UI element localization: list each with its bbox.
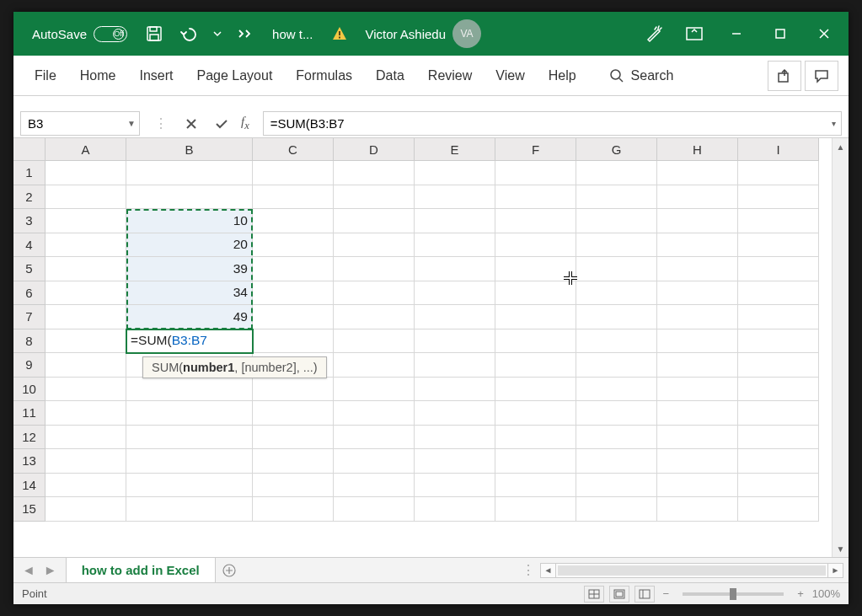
cell-B1[interactable]	[126, 161, 253, 185]
cell-H15[interactable]	[657, 497, 738, 522]
undo-icon[interactable]	[174, 25, 205, 42]
cell-A15[interactable]	[46, 497, 126, 522]
zoom-slider[interactable]	[683, 592, 784, 596]
cell-C14[interactable]	[253, 474, 334, 498]
cell-C5[interactable]	[253, 257, 334, 281]
row-header-11[interactable]: 11	[13, 401, 46, 426]
save-icon[interactable]	[139, 25, 169, 42]
col-header-I[interactable]: I	[738, 138, 819, 161]
tab-file[interactable]: File	[24, 63, 67, 88]
autosave-switch[interactable]: Off	[94, 26, 127, 42]
cell-I2[interactable]	[738, 185, 819, 210]
warning-icon[interactable]	[324, 25, 355, 42]
scroll-left-icon[interactable]: ◄	[541, 564, 556, 577]
cell-F10[interactable]	[495, 378, 576, 402]
cell-D7[interactable]	[334, 305, 415, 329]
cell-F4[interactable]	[495, 233, 576, 258]
sheet-nav[interactable]: ◄ ►	[13, 558, 66, 582]
document-name[interactable]: how t...	[265, 27, 319, 41]
cell-F5[interactable]	[495, 257, 576, 281]
cell-H10[interactable]	[657, 378, 738, 402]
cell-E11[interactable]	[415, 401, 495, 426]
cell-A1[interactable]	[46, 161, 126, 185]
new-sheet-button[interactable]	[216, 558, 243, 582]
cell-C2[interactable]	[253, 185, 334, 210]
cell-A13[interactable]	[46, 449, 126, 474]
row-header-12[interactable]: 12	[13, 426, 46, 450]
cell-E2[interactable]	[415, 185, 495, 210]
cell-D4[interactable]	[334, 233, 415, 258]
col-header-G[interactable]: G	[576, 138, 657, 161]
cell-I7[interactable]	[738, 305, 819, 329]
comments-button[interactable]	[805, 61, 838, 91]
cell-G10[interactable]	[576, 378, 657, 402]
tab-page-layout[interactable]: Page Layout	[185, 63, 283, 88]
more-commands-icon[interactable]	[230, 29, 260, 39]
cell-F2[interactable]	[495, 185, 576, 210]
row-header-9[interactable]: 9	[13, 353, 46, 378]
tab-home[interactable]: Home	[69, 63, 127, 88]
cell-D3[interactable]	[334, 209, 415, 233]
cell-F11[interactable]	[495, 401, 576, 426]
sheet-tab-active[interactable]: how to add in Excel	[66, 557, 216, 582]
cell-A8[interactable]	[46, 329, 126, 354]
cell-C11[interactable]	[253, 401, 334, 426]
col-header-E[interactable]: E	[415, 138, 495, 161]
cell-I10[interactable]	[738, 378, 819, 402]
cell-G1[interactable]	[576, 161, 657, 185]
formula-input[interactable]: =SUM(B3:B7 ▾	[263, 111, 842, 136]
select-all-corner[interactable]	[13, 138, 46, 161]
cell-D8[interactable]	[334, 329, 415, 354]
cell-E4[interactable]	[415, 233, 495, 258]
cell-C12[interactable]	[253, 426, 334, 450]
cell-A10[interactable]	[46, 378, 126, 402]
name-box[interactable]: B3 ▼	[20, 111, 140, 136]
tab-formulas[interactable]: Formulas	[285, 63, 363, 88]
cell-A4[interactable]	[46, 233, 126, 258]
cell-H14[interactable]	[657, 474, 738, 498]
cell-A6[interactable]	[46, 281, 126, 306]
cell-G11[interactable]	[576, 401, 657, 426]
cell-G2[interactable]	[576, 185, 657, 210]
horizontal-scrollbar[interactable]: ◄ ►	[540, 563, 843, 578]
cell-I5[interactable]	[738, 257, 819, 281]
col-header-D[interactable]: D	[334, 138, 415, 161]
cell-B11[interactable]	[126, 401, 253, 426]
cell-I12[interactable]	[738, 426, 819, 450]
zoom-level[interactable]: 100%	[812, 587, 840, 600]
cell-I11[interactable]	[738, 401, 819, 426]
cell-G12[interactable]	[576, 426, 657, 450]
cell-E14[interactable]	[415, 474, 495, 498]
cell-H6[interactable]	[657, 281, 738, 306]
cell-F14[interactable]	[495, 474, 576, 498]
cell-I9[interactable]	[738, 353, 819, 378]
cell-I1[interactable]	[738, 161, 819, 185]
pen-icon[interactable]	[636, 24, 672, 43]
cell-I6[interactable]	[738, 281, 819, 306]
cell-E1[interactable]	[415, 161, 495, 185]
cell-H8[interactable]	[657, 329, 738, 354]
split-handle[interactable]: ⋮	[522, 562, 535, 578]
row-header-2[interactable]: 2	[13, 185, 46, 210]
cell-D12[interactable]	[334, 426, 415, 450]
cell-E5[interactable]	[415, 257, 495, 281]
cell-H2[interactable]	[657, 185, 738, 210]
cell-E10[interactable]	[415, 378, 495, 402]
undo-dropdown-icon[interactable]	[210, 29, 225, 38]
search-button[interactable]: Search	[599, 63, 684, 88]
maximize-button[interactable]	[761, 15, 800, 52]
cell-I4[interactable]	[738, 233, 819, 258]
user-account[interactable]: Victor Ashiedu VA	[365, 19, 481, 48]
cell-E9[interactable]	[415, 353, 495, 378]
cell-E3[interactable]	[415, 209, 495, 233]
minimize-button[interactable]	[717, 15, 756, 52]
tab-review[interactable]: Review	[417, 63, 483, 88]
cell-A14[interactable]	[46, 474, 126, 498]
tab-view[interactable]: View	[485, 63, 535, 88]
cell-D9[interactable]	[334, 353, 415, 378]
vertical-scrollbar[interactable]: ▲ ▼	[832, 138, 849, 557]
cell-H11[interactable]	[657, 401, 738, 426]
cell-C3[interactable]	[253, 209, 334, 233]
cell-I13[interactable]	[738, 449, 819, 474]
col-header-B[interactable]: B	[126, 138, 253, 161]
